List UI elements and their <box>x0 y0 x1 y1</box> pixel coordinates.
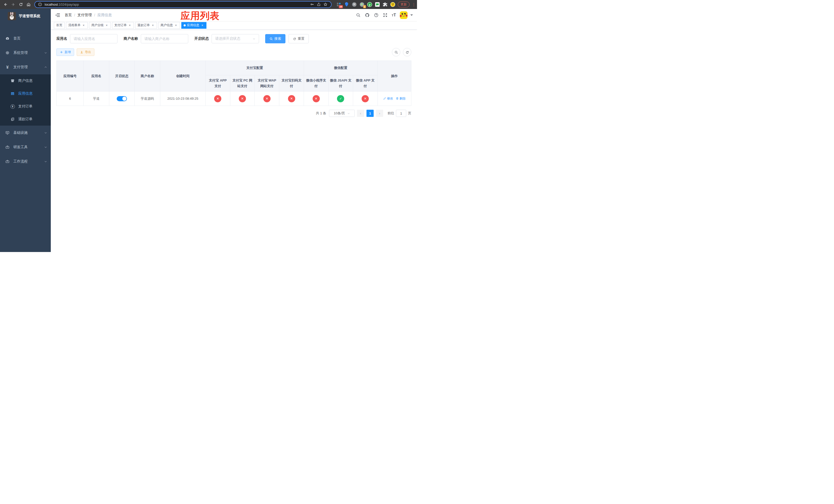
tag-pay-order[interactable]: 支付订单× <box>112 22 134 29</box>
sidebar-item-workflow[interactable]: 工作流程 <box>0 154 51 169</box>
sidebar-item-pay-order[interactable]: ¥ 支付订单 <box>0 100 51 113</box>
briefcase-icon <box>5 159 10 164</box>
tag-merchant-info[interactable]: 商户信息× <box>158 22 180 29</box>
cell-app-name: 芋道 <box>84 92 109 106</box>
col-status: 开启状态 <box>109 61 135 92</box>
dashboard-icon <box>5 36 10 41</box>
chevron-down-icon <box>44 51 47 54</box>
col-alipay-app: 支付宝 APP 支付 <box>205 75 230 92</box>
site-info-icon[interactable] <box>38 2 43 7</box>
add-button[interactable]: 新增 <box>57 48 74 56</box>
chevron-down-icon <box>44 160 47 163</box>
edit-link[interactable]: 修改 <box>383 96 393 101</box>
address-bar[interactable]: localhost:1024/pay/app <box>35 1 332 8</box>
user-avatar[interactable] <box>400 11 408 19</box>
refresh-table-button[interactable] <box>403 48 411 56</box>
status-label: 开启状态 <box>194 37 209 41</box>
reset-button[interactable]: 重置 <box>288 34 309 43</box>
annotation-title: 应用列表 <box>180 9 220 22</box>
close-icon[interactable]: × <box>82 24 85 27</box>
breadcrumb-home[interactable]: 首页 <box>65 13 72 18</box>
col-alipay-pc: 支付宝 PC 网站支付 <box>230 75 255 92</box>
sidebar-item-devtools[interactable]: 研发工具 <box>0 140 51 154</box>
extension-y-icon[interactable]: y <box>367 2 372 7</box>
close-icon[interactable]: × <box>201 24 204 27</box>
navbar-actions: TT <box>356 11 413 19</box>
extension-sketch-icon[interactable]: 10 <box>336 2 342 7</box>
app-name-input[interactable] <box>70 34 117 43</box>
page-size-select[interactable]: 10条/页 <box>329 110 355 117</box>
help-icon[interactable] <box>374 13 379 18</box>
close-icon[interactable]: × <box>151 24 155 27</box>
browser-menu-icon[interactable]: ⋮ <box>412 3 414 6</box>
sidebar-item-label: 支付订单 <box>18 104 32 109</box>
close-icon[interactable]: × <box>105 24 109 27</box>
extension-recorder-icon[interactable]: 1 <box>359 2 365 7</box>
sidebar-item-payment[interactable]: ¥ 支付管理 <box>0 60 51 74</box>
extension-chat-icon[interactable] <box>375 2 380 7</box>
password-key-icon[interactable] <box>310 2 315 7</box>
tag-refund-order[interactable]: 退款订单× <box>135 22 157 29</box>
page-number-active[interactable]: 1 <box>367 110 374 117</box>
url-text[interactable]: localhost:1024/pay/app <box>45 3 308 6</box>
next-page-button[interactable]: › <box>376 110 383 117</box>
sidebar-item-app-info[interactable]: 应用信息 <box>0 87 51 100</box>
col-actions: 操作 <box>377 61 411 92</box>
font-size-icon[interactable]: TT <box>392 13 396 17</box>
cell-app-id: 6 <box>57 92 84 106</box>
browser-forward-icon[interactable] <box>10 2 16 7</box>
browser-back-icon[interactable] <box>3 2 8 7</box>
extensions-puzzle-icon[interactable] <box>382 2 388 7</box>
prev-page-button[interactable]: ‹ <box>357 110 364 117</box>
col-group-alipay: 支付宝配置 <box>205 61 304 75</box>
browser-home-icon[interactable] <box>26 2 31 7</box>
avatar-caret-icon[interactable] <box>410 14 413 16</box>
bookmark-star-icon[interactable] <box>323 2 328 7</box>
share-icon[interactable] <box>317 2 321 7</box>
goto-page-input[interactable] <box>396 110 406 117</box>
sidebar-item-system[interactable]: 系统管理 <box>0 46 51 60</box>
tag-user-group[interactable]: 用户分组× <box>89 22 111 29</box>
sidebar-logo[interactable]: 芋道管理系统 <box>0 9 51 23</box>
breadcrumb: 首页 / 支付管理 / 应用信息 <box>65 13 112 18</box>
close-icon[interactable]: × <box>174 24 178 27</box>
sidebar: 芋道管理系统 首页 系统管理 ¥ 支付管理 商户信息 <box>0 9 51 252</box>
sidebar-item-refund-order[interactable]: 退款订单 <box>0 113 51 125</box>
alipay-pc-status-icon: ✕ <box>239 95 246 102</box>
header-search-icon[interactable] <box>356 13 361 18</box>
extension-command-icon[interactable]: ⌘ <box>352 2 357 7</box>
wechat-app-status-icon: ✕ <box>361 95 369 102</box>
merchant-name-input[interactable] <box>141 34 188 43</box>
tag-home[interactable]: 首页 <box>54 22 65 29</box>
col-alipay-wap: 支付宝 WAP 网站支付 <box>255 75 279 92</box>
extension-badge: 10 <box>339 5 343 8</box>
sidebar-item-home[interactable]: 首页 <box>0 31 51 46</box>
github-icon[interactable] <box>365 13 370 18</box>
profile-avatar-emoji[interactable] <box>390 2 395 7</box>
export-button[interactable]: 导出 <box>77 48 94 56</box>
close-icon[interactable]: × <box>128 24 132 27</box>
extension-balloon-icon[interactable] <box>344 2 349 7</box>
fullscreen-icon[interactable] <box>382 13 388 18</box>
col-merchant: 商户名称 <box>135 61 160 92</box>
tag-process-form[interactable]: 流程表单× <box>66 22 88 29</box>
cell-created: 2021-10-23 08:49:25 <box>160 92 205 106</box>
browser-reload-icon[interactable] <box>18 2 24 7</box>
grid-table-icon <box>10 91 15 96</box>
delete-link[interactable]: 删除 <box>396 96 406 101</box>
sidebar-item-merchant-info[interactable]: 商户信息 <box>0 74 51 87</box>
enabled-toggle[interactable] <box>117 96 127 101</box>
sidebar-collapse-icon[interactable] <box>55 12 61 18</box>
tag-app-info[interactable]: 应用信息× <box>181 22 206 29</box>
app-title: 芋道管理系统 <box>19 14 40 19</box>
col-app-id: 应用编号 <box>57 61 84 92</box>
toggle-search-button[interactable] <box>392 48 400 56</box>
col-group-wechat: 微信配置 <box>304 61 377 75</box>
sidebar-item-infra[interactable]: 基础设施 <box>0 125 51 140</box>
breadcrumb-payment[interactable]: 支付管理 <box>78 13 92 18</box>
chrome-update-button[interactable]: 更新 <box>398 2 410 7</box>
status-select[interactable]: 请选择开启状态 <box>212 34 259 43</box>
search-button[interactable]: 搜索 <box>265 34 285 43</box>
shop-icon <box>10 78 15 83</box>
alipay-app-status-icon: ✕ <box>214 95 221 102</box>
